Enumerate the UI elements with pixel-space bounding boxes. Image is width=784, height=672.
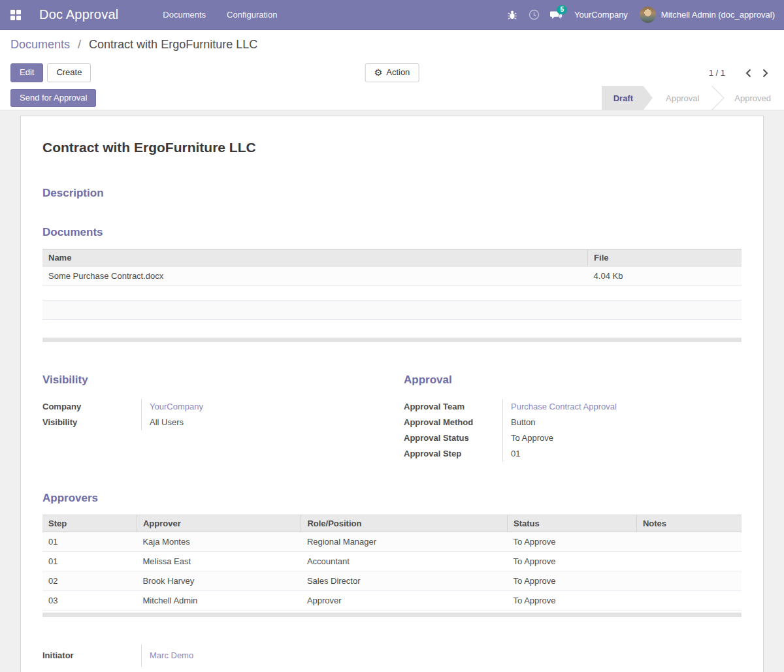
field-initiator: Initiator Marc Demo <box>42 645 742 667</box>
user-menu[interactable]: Mitchell Admin (doc_approval) <box>640 7 775 23</box>
record-title: Contract with ErgoFurniture LLC <box>42 140 742 155</box>
approver-status-cell[interactable]: To Approve <box>508 551 637 571</box>
empty-row <box>42 301 742 320</box>
approver-role-cell[interactable]: Sales Director <box>301 571 508 590</box>
messages-icon[interactable]: 5 <box>546 0 568 30</box>
field-approval-team: Approval Team Purchase Contract Approval <box>404 399 742 415</box>
approval-group: Approval Approval Team Purchase Contract… <box>404 374 742 462</box>
approver-row[interactable]: 01 Kaja Montes Regional Manager To Appro… <box>42 532 742 551</box>
documents-table: Name File Some Purchase Contract.docx 4.… <box>42 249 742 335</box>
approvers-col-status[interactable]: Status <box>508 515 637 532</box>
top-navbar: Doc Approval Documents Configuration <box>0 0 784 30</box>
documents-col-name[interactable]: Name <box>42 249 588 266</box>
field-visibility: Visibility All Users <box>42 415 380 430</box>
approver-role-cell[interactable]: Regional Manager <box>301 532 508 551</box>
field-company: Company YourCompany <box>42 399 380 415</box>
approvers-col-role[interactable]: Role/Position <box>301 515 508 532</box>
field-initiator-value[interactable]: Marc Demo <box>150 650 193 660</box>
approver-step-cell[interactable]: 01 <box>42 551 137 571</box>
approver-notes-cell[interactable] <box>636 551 742 571</box>
document-file-cell[interactable]: 4.04 Kb <box>588 266 742 286</box>
field-visibility-value: All Users <box>141 415 380 430</box>
field-approval-team-value[interactable]: Purchase Contract Approval <box>511 402 617 411</box>
approver-status-cell[interactable]: To Approve <box>508 571 637 590</box>
approver-name-cell[interactable]: Brook Harvey <box>137 571 301 590</box>
breadcrumb-separator: / <box>78 38 81 51</box>
approver-status-cell[interactable]: To Approve <box>508 590 637 610</box>
approver-row[interactable]: 01 Melissa East Accountant To Approve <box>42 551 742 571</box>
menu-documents[interactable]: Documents <box>152 1 216 29</box>
field-approval-team-label: Approval Team <box>404 402 502 411</box>
create-button[interactable]: Create <box>47 63 91 82</box>
statusbar: Draft Approval Approved <box>602 86 784 110</box>
field-approval-step-label: Approval Step <box>404 449 502 458</box>
approver-row[interactable]: 03 Mitchell Admin Approver To Approve <box>42 590 742 610</box>
section-description-title: Description <box>42 187 742 200</box>
statusbar-row: Send for Approval Draft Approval Approve… <box>0 86 784 110</box>
approver-notes-cell[interactable] <box>636 571 742 590</box>
field-initiator-label: Initiator <box>42 650 141 660</box>
approver-notes-cell[interactable] <box>636 532 742 551</box>
approver-status-cell[interactable]: To Approve <box>508 532 637 551</box>
breadcrumb-row: Documents / Contract with ErgoFurniture … <box>0 30 784 59</box>
apps-menu-icon[interactable] <box>10 10 21 20</box>
activity-clock-icon[interactable] <box>523 0 546 30</box>
breadcrumb-current: Contract with ErgoFurniture LLC <box>89 38 257 51</box>
approver-notes-cell[interactable] <box>636 590 742 610</box>
approver-step-cell[interactable]: 02 <box>42 571 137 590</box>
field-approval-status: Approval Status To Approve <box>404 430 742 446</box>
company-switcher[interactable]: YourCompany <box>568 10 640 20</box>
pager-previous-icon[interactable] <box>740 65 757 82</box>
stage-draft[interactable]: Draft <box>602 86 653 110</box>
main-menu: Documents Configuration <box>152 1 287 29</box>
empty-row <box>42 286 742 301</box>
documents-col-file[interactable]: File <box>588 249 742 266</box>
approver-name-cell[interactable]: Kaja Montes <box>137 532 301 551</box>
approver-name-cell[interactable]: Melissa East <box>137 551 301 571</box>
approver-step-cell[interactable]: 01 <box>42 532 137 551</box>
user-avatar <box>640 7 656 23</box>
visibility-group: Visibility Company YourCompany Visibilit… <box>42 374 380 462</box>
action-button[interactable]: ⚙ Action <box>365 63 419 83</box>
approvers-col-approver[interactable]: Approver <box>137 515 301 532</box>
pager-count: 1 / 1 <box>709 68 725 78</box>
debug-bug-icon[interactable] <box>501 0 523 30</box>
pager-next-icon[interactable] <box>757 65 774 82</box>
stage-approved[interactable]: Approved <box>721 86 784 110</box>
approver-name-cell[interactable]: Mitchell Admin <box>137 590 301 610</box>
breadcrumb-parent-link[interactable]: Documents <box>10 38 70 51</box>
field-approval-method-value: Button <box>502 415 742 430</box>
approver-step-cell[interactable]: 03 <box>42 590 137 610</box>
approvers-table: Step Approver Role/Position Status Notes… <box>42 515 742 611</box>
approvers-table-scrollbar[interactable] <box>42 613 742 617</box>
field-visibility-label: Visibility <box>42 417 141 427</box>
field-approval-status-value: To Approve <box>502 430 742 446</box>
field-approval-step-value: 01 <box>502 446 742 462</box>
control-panel: Edit Create ⚙ Action 1 / 1 <box>0 59 784 86</box>
stage-chevron-separator <box>712 86 721 110</box>
field-company-label: Company <box>42 402 141 411</box>
document-row[interactable]: Some Purchase Contract.docx 4.04 Kb <box>42 266 742 286</box>
edit-button[interactable]: Edit <box>10 63 43 82</box>
section-approvers-title: Approvers <box>42 492 742 505</box>
approvers-col-notes[interactable]: Notes <box>636 515 742 532</box>
field-approval-status-label: Approval Status <box>404 433 502 443</box>
field-company-value[interactable]: YourCompany <box>150 402 203 411</box>
documents-table-scrollbar[interactable] <box>42 338 742 342</box>
empty-row <box>42 320 742 335</box>
menu-configuration[interactable]: Configuration <box>216 1 287 29</box>
approvers-col-step[interactable]: Step <box>42 515 137 532</box>
approver-row[interactable]: 02 Brook Harvey Sales Director To Approv… <box>42 571 742 590</box>
field-approval-method-label: Approval Method <box>404 417 502 427</box>
document-name-cell[interactable]: Some Purchase Contract.docx <box>42 266 588 286</box>
approver-role-cell[interactable]: Approver <box>301 590 508 610</box>
message-count-badge[interactable]: 5 <box>557 5 567 14</box>
breadcrumb: Documents / Contract with ErgoFurniture … <box>10 38 257 52</box>
send-for-approval-button[interactable]: Send for Approval <box>10 89 96 107</box>
section-visibility-title: Visibility <box>42 374 380 387</box>
app-title[interactable]: Doc Approval <box>39 7 118 22</box>
section-approval-title: Approval <box>404 374 742 387</box>
approver-role-cell[interactable]: Accountant <box>301 551 508 571</box>
field-approval-step: Approval Step 01 <box>404 446 742 462</box>
field-approval-method: Approval Method Button <box>404 415 742 430</box>
